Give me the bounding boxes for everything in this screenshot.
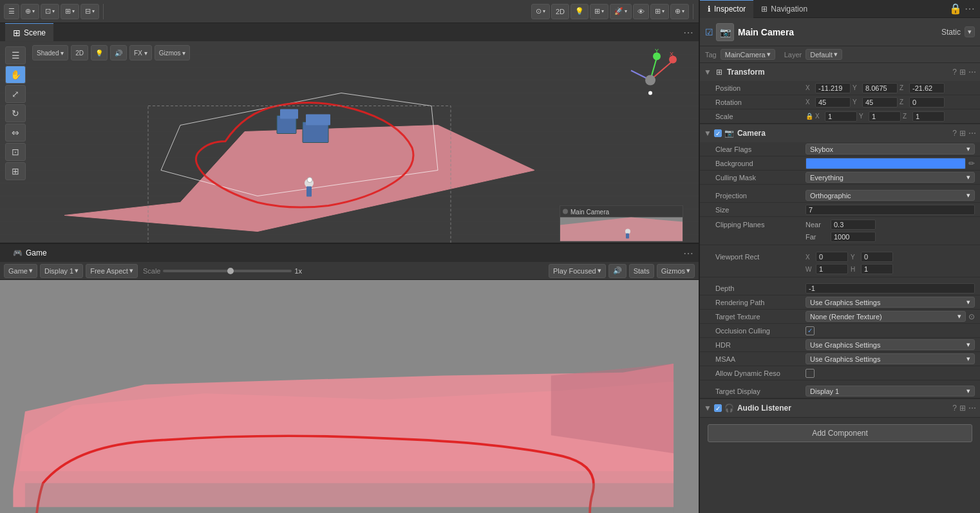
toolbar-2d-btn[interactable]: 2D bbox=[551, 4, 569, 19]
camera-header[interactable]: ▼ ✓ 📷 Camera ? ⊞ ⋯ bbox=[700, 124, 980, 142]
rot-x-label: X bbox=[806, 98, 813, 106]
scene-gizmos-btn[interactable]: Gizmos ▾ bbox=[155, 45, 191, 61]
vp-h-field[interactable] bbox=[861, 264, 893, 274]
allow-dynamic-checkbox[interactable] bbox=[806, 369, 815, 378]
target-texture-select-icon[interactable]: ⊙ bbox=[968, 312, 975, 321]
msaa-dropdown[interactable]: Use Graphics Settings ▾ bbox=[806, 353, 975, 364]
scene-tab[interactable]: ⊞ Scene bbox=[5, 23, 53, 41]
clear-flags-dropdown[interactable]: Skybox ▾ bbox=[806, 144, 975, 154]
camera-help-icon[interactable]: ? bbox=[952, 129, 957, 138]
tag-dropdown[interactable]: MainCamera ▾ bbox=[721, 49, 775, 60]
target-texture-value: None (Render Texture) bbox=[810, 313, 882, 321]
toolbar-collab-btn[interactable]: ⊕ ▾ bbox=[670, 4, 689, 19]
scene-fx-btn[interactable]: FX ▾ bbox=[129, 45, 152, 61]
scale-x-field[interactable] bbox=[825, 111, 857, 122]
toolbar-visibility-btn[interactable]: 👁 bbox=[633, 4, 649, 19]
toolbar-light-btn[interactable]: 💡 bbox=[570, 4, 589, 19]
toolbar-pivot-btn[interactable]: ⊡ ▾ bbox=[41, 4, 59, 19]
navigation-tab[interactable]: ⊞ Navigation bbox=[753, 0, 815, 18]
projection-label: Projection bbox=[715, 192, 806, 200]
game-label-btn[interactable]: Game ▾ bbox=[4, 264, 37, 278]
scene-tool-hand[interactable]: ✋ bbox=[5, 66, 26, 84]
toolbar-layout2-btn[interactable]: ⊞ ▾ bbox=[650, 4, 669, 19]
aspect-btn[interactable]: Free Aspect ▾ bbox=[86, 264, 138, 278]
scene-light-btn[interactable]: 💡 bbox=[91, 45, 108, 61]
audio-more-icon[interactable]: ⋯ bbox=[968, 404, 976, 413]
stats-btn[interactable]: Stats bbox=[629, 264, 654, 278]
scene-tool-rect[interactable]: ⊡ bbox=[5, 143, 26, 161]
pos-y-field[interactable] bbox=[862, 83, 898, 93]
more-icon[interactable]: ⋯ bbox=[965, 3, 975, 15]
scene-shading-btn[interactable]: Shaded ▾ bbox=[32, 45, 68, 61]
toolbar-fx-btn[interactable]: 🚀 ▾ bbox=[610, 4, 632, 19]
scale-slider[interactable] bbox=[163, 270, 292, 272]
add-component-btn[interactable]: Add Component bbox=[708, 424, 972, 442]
lock-icon[interactable]: 🔒 bbox=[949, 3, 962, 15]
vp-w-field[interactable] bbox=[816, 264, 848, 274]
audio-settings-icon[interactable]: ⊞ bbox=[959, 404, 966, 413]
clipping-near-field[interactable] bbox=[831, 219, 876, 230]
transform-header[interactable]: ▼ ⊞ Transform ? ⊞ ⋯ bbox=[700, 63, 980, 81]
camera-more-icon[interactable]: ⋯ bbox=[968, 129, 976, 138]
background-color-field[interactable] bbox=[806, 158, 966, 169]
scene-tool-move[interactable]: ⤢ bbox=[5, 85, 26, 103]
scene-more-btn[interactable]: ⋯ bbox=[683, 26, 693, 39]
game-more-btn[interactable]: ⋯ bbox=[683, 247, 693, 259]
layer-dropdown[interactable]: Default ▾ bbox=[806, 49, 842, 60]
rot-z-field[interactable] bbox=[909, 97, 945, 107]
hdr-dropdown[interactable]: Use Graphics Settings ▾ bbox=[806, 339, 975, 350]
clipping-far-field[interactable] bbox=[831, 232, 876, 242]
target-texture-dropdown[interactable]: None (Render Texture) ▾ bbox=[806, 311, 966, 322]
transform-help-icon[interactable]: ? bbox=[952, 68, 957, 77]
vp-y-field[interactable] bbox=[861, 252, 893, 262]
scene-tool-all[interactable]: ⊞ bbox=[5, 162, 26, 180]
transform-more-icon[interactable]: ⋯ bbox=[968, 68, 976, 77]
scale-lock-icon[interactable]: 🔒 bbox=[806, 113, 813, 120]
target-display-dropdown[interactable]: Display 1 ▾ bbox=[806, 386, 975, 396]
toolbar-layout-btn[interactable]: ⊞ ▾ bbox=[61, 4, 79, 19]
transform-settings-icon[interactable]: ⊞ bbox=[959, 68, 966, 77]
toolbar-play-btn[interactable]: ⊙ ▾ bbox=[531, 4, 550, 19]
background-edit-icon[interactable]: ✏ bbox=[968, 159, 975, 168]
scene-tool-menu[interactable]: ☰ bbox=[5, 46, 26, 64]
game-tab[interactable]: 🎮 Game bbox=[5, 244, 55, 262]
pos-z-field[interactable] bbox=[909, 83, 945, 93]
inspector-tab[interactable]: ℹ Inspector bbox=[700, 0, 753, 18]
audio-listener-header[interactable]: ▼ ✓ 🎧 Audio Listener ? ⊞ ⋯ bbox=[700, 399, 980, 417]
svg-rect-60 bbox=[626, 234, 629, 239]
display-btn[interactable]: Display 1 ▾ bbox=[40, 264, 83, 278]
camera-enable-toggle[interactable]: ✓ bbox=[714, 129, 722, 137]
culling-mask-dropdown[interactable]: Everything ▾ bbox=[806, 172, 975, 183]
size-field[interactable] bbox=[806, 205, 975, 215]
scale-y-field[interactable] bbox=[869, 111, 901, 122]
scene-viewport: ☰ ✋ ⤢ ↻ ⇔ ⊡ ⊞ Shaded ▾ 2D 💡 🔊 FX ▾ Gizmo… bbox=[0, 41, 699, 243]
gizmos-btn[interactable]: Gizmos ▾ bbox=[657, 264, 695, 278]
scale-z-field[interactable] bbox=[912, 111, 945, 122]
enable-checkbox[interactable]: ☑ bbox=[705, 27, 713, 37]
scene-tool-scale[interactable]: ⇔ bbox=[5, 124, 26, 142]
pos-x-field[interactable] bbox=[815, 83, 851, 93]
camera-settings-icon[interactable]: ⊞ bbox=[959, 129, 966, 138]
rendering-path-dropdown[interactable]: Use Graphics Settings ▾ bbox=[806, 297, 975, 308]
static-dropdown[interactable]: ▾ bbox=[965, 26, 975, 37]
play-focused-btn[interactable]: Play Focused ▾ bbox=[549, 264, 606, 278]
toolbar-grid-btn[interactable]: ⊟ ▾ bbox=[80, 4, 99, 19]
depth-field[interactable] bbox=[806, 283, 975, 294]
audio-help-icon[interactable]: ? bbox=[952, 404, 957, 413]
toolbar-menu-btn[interactable]: ☰ bbox=[4, 4, 19, 19]
transform-actions: ? ⊞ ⋯ bbox=[952, 68, 976, 77]
scene-audio-btn[interactable]: 🔊 bbox=[110, 45, 127, 61]
clipping-near-label: Near bbox=[806, 221, 828, 229]
toolbar-audio-btn[interactable]: ⊞ ▾ bbox=[590, 4, 608, 19]
audio-listener-toggle[interactable]: ✓ bbox=[714, 404, 722, 412]
audio-toggle-btn[interactable]: 🔊 bbox=[608, 264, 627, 278]
vp-x-field[interactable] bbox=[816, 252, 848, 262]
rendering-path-arrow: ▾ bbox=[966, 298, 970, 306]
scene-2d-btn[interactable]: 2D bbox=[71, 45, 88, 61]
scene-tool-rotate[interactable]: ↻ bbox=[5, 104, 26, 122]
toolbar-transform-btn[interactable]: ⊕ ▾ bbox=[21, 4, 39, 19]
occlusion-culling-checkbox[interactable] bbox=[806, 326, 815, 335]
rot-x-field[interactable] bbox=[815, 97, 851, 107]
rot-y-field[interactable] bbox=[862, 97, 898, 107]
projection-dropdown[interactable]: Orthographic ▾ bbox=[806, 190, 975, 201]
